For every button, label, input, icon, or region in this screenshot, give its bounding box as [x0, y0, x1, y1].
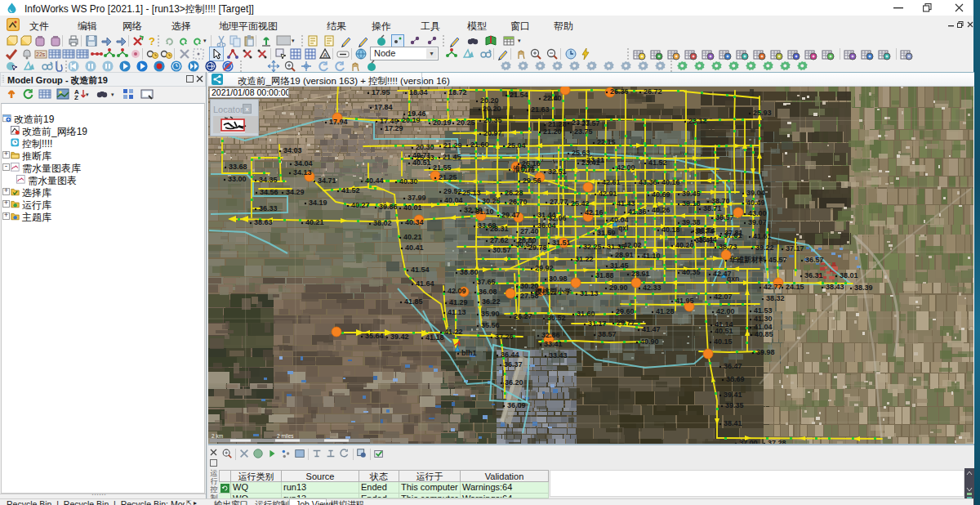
- svg-text:20.30: 20.30: [416, 143, 434, 151]
- svg-text:39.04: 39.04: [746, 189, 765, 197]
- svg-text:31.22: 31.22: [575, 255, 594, 263]
- svg-text:41.85: 41.85: [404, 297, 423, 306]
- svg-text:40.20: 40.20: [675, 241, 694, 249]
- svg-text:36.31: 36.31: [804, 271, 823, 279]
- svg-text:41.22: 41.22: [444, 328, 463, 336]
- svg-text:21.63: 21.63: [531, 105, 550, 114]
- svg-text:31.17: 31.17: [588, 320, 607, 328]
- svg-text:25.04: 25.04: [507, 141, 526, 150]
- svg-text:33.00: 33.00: [228, 175, 247, 183]
- svg-text:28.91: 28.91: [631, 270, 650, 278]
- svg-text:41.10: 41.10: [642, 252, 661, 260]
- svg-text:36.44: 36.44: [501, 351, 519, 359]
- svg-text:18.34: 18.34: [409, 88, 428, 96]
- svg-text:41.28: 41.28: [656, 307, 675, 315]
- svg-text:38.57: 38.57: [715, 213, 734, 221]
- svg-text:40.51: 40.51: [715, 327, 733, 335]
- svg-text:33.68: 33.68: [229, 163, 247, 171]
- svg-text:36.47: 36.47: [724, 362, 742, 370]
- svg-text:21.29: 21.29: [443, 141, 462, 150]
- svg-text:34.56: 34.56: [260, 188, 278, 196]
- svg-text:39.38: 39.38: [682, 218, 701, 226]
- svg-text:36.09: 36.09: [507, 401, 526, 409]
- svg-text:37.26: 37.26: [495, 333, 514, 341]
- svg-text:20.19: 20.19: [433, 118, 452, 127]
- svg-text:40.41: 40.41: [405, 244, 424, 252]
- svg-text:2 km: 2 km: [212, 433, 223, 439]
- svg-text:39.35: 39.35: [725, 401, 744, 409]
- svg-text:42.77: 42.77: [764, 283, 782, 291]
- svg-text:37.17: 37.17: [786, 244, 804, 252]
- svg-text:40.01: 40.01: [403, 203, 422, 212]
- svg-text:27.62: 27.62: [490, 236, 509, 244]
- svg-text:42.91: 42.91: [599, 190, 617, 198]
- svg-text:31.51: 31.51: [552, 239, 571, 247]
- svg-text:42.02: 42.02: [623, 241, 642, 249]
- svg-text:18.72: 18.72: [448, 88, 467, 96]
- svg-text:39.45: 39.45: [682, 190, 701, 198]
- svg-text:26.72: 26.72: [644, 87, 662, 96]
- svg-text:45.57: 45.57: [768, 256, 787, 264]
- svg-text:26.36: 26.36: [610, 87, 629, 96]
- svg-text:37.99: 37.99: [408, 194, 426, 202]
- svg-text:20.35: 20.35: [483, 116, 502, 124]
- svg-text:樱桃园小学: 樱桃园小学: [534, 288, 572, 296]
- svg-text:31.13: 31.13: [580, 289, 599, 297]
- svg-text:30.52: 30.52: [547, 314, 566, 322]
- svg-text:17.29: 17.29: [385, 124, 403, 132]
- svg-text:31.10: 31.10: [475, 208, 494, 216]
- svg-text:29.56: 29.56: [523, 177, 541, 185]
- svg-text:41.53: 41.53: [754, 306, 773, 315]
- svg-text:21.45: 21.45: [443, 153, 461, 161]
- svg-text:41.61: 41.61: [753, 232, 772, 240]
- svg-text:41.95: 41.95: [675, 297, 694, 305]
- svg-text:34.13: 34.13: [293, 168, 312, 177]
- svg-text:23.11: 23.11: [586, 156, 604, 164]
- svg-text:26.70: 26.70: [509, 198, 528, 206]
- svg-text:qxl: qxl: [618, 224, 628, 232]
- svg-text:40.16: 40.16: [662, 178, 680, 186]
- svg-text:38.69: 38.69: [726, 375, 745, 383]
- svg-text:34.35: 34.35: [259, 176, 278, 184]
- svg-text:32.51: 32.51: [548, 168, 567, 176]
- svg-text:43.00: 43.00: [748, 209, 767, 217]
- svg-text:41.29: 41.29: [449, 298, 468, 306]
- svg-text:42.09: 42.09: [448, 287, 466, 295]
- svg-text:38.71: 38.71: [703, 204, 722, 212]
- svg-text:34.29: 34.29: [286, 188, 305, 196]
- svg-text:25.93: 25.93: [753, 109, 772, 117]
- svg-text:36.33: 36.33: [259, 204, 278, 212]
- svg-text:2 miles: 2 miles: [277, 433, 294, 439]
- svg-text:38.32: 38.32: [766, 294, 785, 302]
- svg-text:19.46: 19.46: [408, 109, 426, 118]
- svg-text:33.41: 33.41: [544, 340, 563, 348]
- svg-text:17.94: 17.94: [329, 118, 348, 126]
- svg-text:25.13: 25.13: [462, 189, 481, 197]
- svg-text:31.88: 31.88: [595, 271, 614, 279]
- svg-text:?: ?: [149, 35, 155, 47]
- svg-text:27.77: 27.77: [550, 198, 568, 206]
- svg-text:29.60: 29.60: [616, 307, 635, 315]
- svg-text:23.57: 23.57: [581, 119, 600, 127]
- svg-text:39.42: 39.42: [390, 333, 409, 341]
- svg-text:38.41: 38.41: [724, 419, 742, 427]
- svg-text:38.57: 38.57: [598, 330, 617, 338]
- svg-text:33.69: 33.69: [478, 221, 497, 230]
- svg-text:20.20: 20.20: [480, 96, 499, 105]
- svg-text:21.20: 21.20: [543, 127, 562, 136]
- svg-text:40.69: 40.69: [652, 190, 670, 199]
- svg-text:23.75: 23.75: [574, 127, 593, 136]
- svg-text:38.74: 38.74: [695, 227, 714, 235]
- svg-text:40.04: 40.04: [444, 196, 463, 204]
- svg-text:21.54: 21.54: [510, 91, 528, 99]
- svg-text:25.42: 25.42: [571, 199, 590, 208]
- svg-text:42.47: 42.47: [713, 270, 732, 278]
- svg-text:30.98: 30.98: [549, 275, 568, 283]
- svg-text:41.36: 41.36: [628, 208, 647, 216]
- svg-text:21.60: 21.60: [470, 141, 489, 149]
- svg-text:36.04: 36.04: [537, 221, 556, 230]
- svg-text:34.19: 34.19: [309, 199, 327, 207]
- svg-text:36.20: 36.20: [505, 378, 523, 387]
- svg-text:29.90: 29.90: [609, 284, 628, 292]
- svg-text:36.57: 36.57: [805, 256, 824, 264]
